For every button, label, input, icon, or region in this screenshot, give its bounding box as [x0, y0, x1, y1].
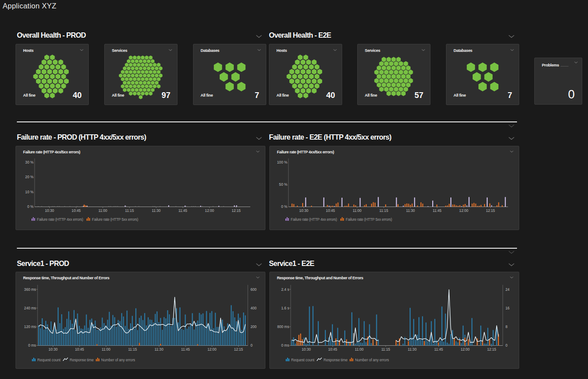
svg-text:Failure rate (HTTP 4xx errors): Failure rate (HTTP 4xx errors)	[291, 217, 337, 222]
svg-text:11:30: 11:30	[408, 348, 417, 352]
svg-text:10:45: 10:45	[75, 348, 84, 352]
svg-text:200: 200	[250, 325, 257, 329]
svg-text:2.4 s: 2.4 s	[281, 288, 289, 292]
svg-text:11:15: 11:15	[125, 209, 134, 213]
svg-text:0: 0	[250, 344, 253, 348]
svg-text:11:45: 11:45	[178, 209, 187, 213]
svg-text:1.6 s: 1.6 s	[281, 306, 289, 310]
svg-text:11:00: 11:00	[353, 209, 362, 213]
svg-text:Response time: Response time	[70, 358, 94, 362]
svg-text:8: 8	[505, 325, 508, 329]
svg-text:11:00: 11:00	[102, 348, 110, 352]
svg-text:10:30: 10:30	[302, 348, 311, 352]
svg-text:12:15: 12:15	[487, 348, 497, 352]
svg-text:0 %: 0 %	[27, 205, 33, 209]
svg-text:0 ms: 0 ms	[28, 344, 36, 348]
svg-text:100 %: 100 %	[277, 160, 287, 164]
svg-text:Number of any errors: Number of any errors	[101, 358, 135, 362]
svg-text:10:45: 10:45	[326, 209, 335, 213]
svg-text:240 ms: 240 ms	[24, 306, 36, 310]
svg-text:Response time: Response time	[324, 358, 348, 362]
svg-text:11:45: 11:45	[181, 348, 190, 352]
svg-text:10:30: 10:30	[299, 209, 308, 213]
svg-text:11:00: 11:00	[355, 348, 363, 352]
svg-text:50 %: 50 %	[279, 183, 288, 187]
svg-text:Failure rate (HTTP 5xx errors): Failure rate (HTTP 5xx errors)	[346, 217, 392, 222]
svg-text:0 %: 0 %	[281, 205, 287, 209]
svg-text:11:30: 11:30	[154, 348, 163, 352]
svg-text:12:00: 12:00	[205, 209, 214, 213]
svg-text:24: 24	[505, 288, 510, 292]
svg-text:12:00: 12:00	[461, 348, 470, 352]
svg-text:20 %: 20 %	[25, 175, 34, 179]
svg-text:400: 400	[250, 306, 257, 310]
svg-text:10:45: 10:45	[328, 348, 337, 352]
svg-text:10:30: 10:30	[45, 209, 54, 213]
svg-text:11:15: 11:15	[379, 209, 388, 213]
svg-text:Failure rate (HTTP 4xx errors): Failure rate (HTTP 4xx errors)	[37, 217, 83, 222]
svg-text:12:15: 12:15	[234, 348, 243, 352]
svg-text:12:00: 12:00	[207, 348, 217, 352]
svg-text:12:15: 12:15	[486, 209, 495, 213]
svg-text:11:30: 11:30	[152, 209, 161, 213]
svg-text:Request count: Request count	[37, 358, 61, 362]
svg-text:11:15: 11:15	[128, 348, 137, 352]
svg-text:10:30: 10:30	[48, 348, 58, 352]
svg-text:10:45: 10:45	[71, 209, 81, 213]
svg-text:11:45: 11:45	[434, 348, 443, 352]
svg-text:Failure rate (HTTP 5xx errors): Failure rate (HTTP 5xx errors)	[92, 217, 138, 222]
svg-text:11:15: 11:15	[381, 348, 390, 352]
svg-text:11:45: 11:45	[433, 209, 442, 213]
svg-text:0: 0	[505, 344, 508, 348]
svg-text:800 ms: 800 ms	[277, 325, 289, 329]
svg-text:0 ms: 0 ms	[281, 344, 289, 348]
svg-text:600: 600	[250, 288, 257, 292]
svg-text:Number of any errors: Number of any errors	[355, 358, 389, 362]
svg-text:360 ms: 360 ms	[24, 288, 36, 292]
svg-text:12:15: 12:15	[232, 209, 241, 213]
svg-text:10 %: 10 %	[25, 190, 34, 194]
svg-text:Request count: Request count	[291, 358, 315, 362]
svg-text:30 %: 30 %	[25, 160, 34, 164]
svg-text:11:00: 11:00	[99, 209, 107, 213]
svg-text:16: 16	[505, 306, 510, 310]
svg-text:120 ms: 120 ms	[24, 325, 36, 329]
svg-text:12:00: 12:00	[459, 209, 469, 213]
svg-text:11:30: 11:30	[406, 209, 415, 213]
